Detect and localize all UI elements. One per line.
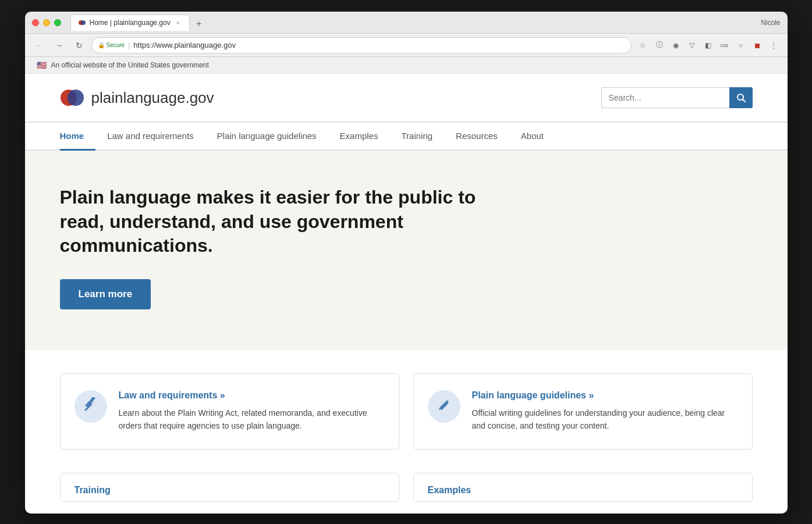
card-title-guidelines[interactable]: Plain language guidelines » <box>472 390 738 401</box>
nav-item-guidelines[interactable]: Plain language guidelines <box>205 123 328 151</box>
tab-close-icon[interactable]: × <box>174 19 182 27</box>
svg-point-3 <box>68 90 84 106</box>
card-content-guidelines: Plain language guidelines » Official wri… <box>472 390 738 433</box>
official-banner: 🇺🇸 An official website of the United Sta… <box>25 57 788 74</box>
site-header: plainlanguage.gov <box>25 74 788 123</box>
traffic-lights <box>32 19 61 26</box>
nav-item-about[interactable]: About <box>509 123 555 151</box>
gavel-icon <box>83 397 98 416</box>
card-icon-wrap-guidelines <box>428 390 460 423</box>
tab-area: Home | plainlanguage.gov × + <box>70 15 761 31</box>
site-logo[interactable]: plainlanguage.gov <box>60 85 214 110</box>
card-partial-title-training[interactable]: Training <box>75 485 385 496</box>
tab-title: Home | plainlanguage.gov <box>90 19 171 27</box>
bookmark-icon[interactable]: ☆ <box>636 38 650 52</box>
extension-icon-1[interactable]: ◉ <box>669 38 683 52</box>
nav-item-resources[interactable]: Resources <box>444 123 509 151</box>
extension-icon-5[interactable]: ◼ <box>750 38 764 52</box>
search-area <box>601 87 753 108</box>
nav-item-training[interactable]: Training <box>389 123 444 151</box>
search-icon <box>736 93 746 102</box>
reload-button[interactable]: ↻ <box>72 38 87 53</box>
tab-favicon-icon <box>78 19 86 27</box>
back-button[interactable]: ← <box>32 38 47 53</box>
nav-item-law[interactable]: Law and requirements <box>95 123 205 151</box>
us-flag-icon: 🇺🇸 <box>37 60 47 70</box>
card-desc-law: Learn about the Plain Writing Act, relat… <box>119 407 385 433</box>
card-partial-examples: Examples <box>413 473 753 502</box>
user-profile[interactable]: Nicole <box>761 19 780 27</box>
hero-title: Plain language makes it easier for the p… <box>60 186 526 258</box>
browser-window: Home | plainlanguage.gov × + Nicole ← → … <box>25 12 788 514</box>
card-icon-wrap-law <box>75 390 107 423</box>
extension-icon-3[interactable]: ◧ <box>701 38 715 52</box>
card-partial-title-examples[interactable]: Examples <box>428 485 738 496</box>
secure-badge: Secure <box>98 42 125 48</box>
svg-point-1 <box>81 20 86 25</box>
menu-icon[interactable]: ⋮ <box>767 38 781 52</box>
search-input[interactable] <box>601 87 729 108</box>
card-law-requirements: Law and requirements » Learn about the P… <box>60 373 399 450</box>
search-button[interactable] <box>729 87 753 108</box>
site-content: 🇺🇸 An official website of the United Sta… <box>25 57 788 514</box>
card-guidelines: Plain language guidelines » Official wri… <box>413 373 753 450</box>
extension-icon-2[interactable]: ▽ <box>685 38 699 52</box>
url-display: https://www.plainlanguage.gov <box>133 41 236 49</box>
browser-toolbar: ← → ↻ Secure | https://www.plainlanguage… <box>25 34 788 57</box>
card-content-law: Law and requirements » Learn about the P… <box>119 390 385 433</box>
site-navigation: Home Law and requirements Plain language… <box>25 123 788 151</box>
official-banner-text: An official website of the United States… <box>51 61 209 69</box>
maximize-button[interactable] <box>54 19 61 26</box>
card-desc-guidelines: Official writing guidelines for understa… <box>472 407 738 433</box>
info-icon[interactable]: ⓘ <box>653 38 666 52</box>
forward-button[interactable]: → <box>52 38 67 53</box>
close-button[interactable] <box>32 19 39 26</box>
card-partial-training: Training <box>60 473 399 502</box>
extension-icon-css[interactable]: css <box>718 38 732 52</box>
logo-icon <box>60 85 84 110</box>
nav-item-examples[interactable]: Examples <box>328 123 390 151</box>
active-tab[interactable]: Home | plainlanguage.gov × <box>70 15 190 31</box>
toolbar-icons: ☆ ⓘ ◉ ▽ ◧ css ○ ◼ ⋮ <box>636 38 781 52</box>
address-bar[interactable]: Secure | https://www.plainlanguage.gov <box>91 37 632 54</box>
cards-partial-section: Training Examples <box>25 473 788 514</box>
svg-line-5 <box>743 99 745 102</box>
browser-titlebar: Home | plainlanguage.gov × + Nicole <box>25 12 788 34</box>
card-title-law[interactable]: Law and requirements » <box>119 390 385 401</box>
site-name: plainlanguage.gov <box>91 89 214 107</box>
cards-section: Law and requirements » Learn about the P… <box>25 350 788 473</box>
learn-more-button[interactable]: Learn more <box>60 279 151 309</box>
hero-section: Plain language makes it easier for the p… <box>25 151 788 350</box>
pencil-icon <box>437 397 452 416</box>
minimize-button[interactable] <box>43 19 50 26</box>
nav-item-home[interactable]: Home <box>60 123 96 151</box>
new-tab-button[interactable]: + <box>192 17 206 31</box>
extension-icon-4[interactable]: ○ <box>734 38 748 52</box>
